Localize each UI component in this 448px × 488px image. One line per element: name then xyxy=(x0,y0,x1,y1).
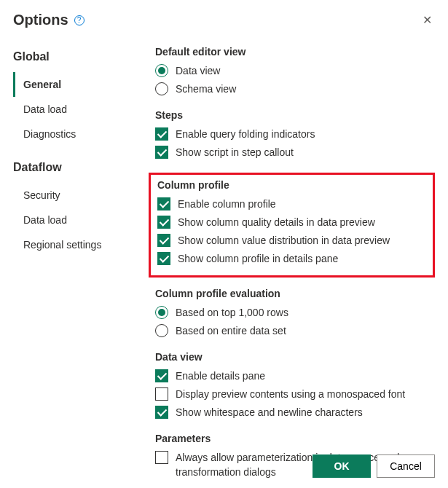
sidebar-heading-global: Global xyxy=(13,50,141,63)
highlight-column-profile: Column profile Enable column profile Sho… xyxy=(149,173,435,278)
sidebar-heading-dataflow: Dataflow xyxy=(13,161,141,174)
checkbox-label: Show column profile in details pane xyxy=(178,251,338,266)
sidebar-item-data-load-global[interactable]: Data load xyxy=(13,97,141,122)
radio-top-1000[interactable] xyxy=(155,306,168,319)
section-title-steps: Steps xyxy=(155,109,435,121)
checkbox-label: Show column value distribution in data p… xyxy=(178,233,390,248)
sidebar: Global General Data load Diagnostics Dat… xyxy=(13,36,141,488)
help-icon[interactable]: ? xyxy=(74,15,85,25)
section-title-default-editor-view: Default editor view xyxy=(155,46,435,58)
radio-entire-data-set[interactable] xyxy=(155,324,168,337)
settings-pane: Default editor view Data view Schema vie… xyxy=(141,36,448,488)
ok-button[interactable]: OK xyxy=(313,454,371,478)
checkbox-label: Enable details pane xyxy=(176,369,265,383)
checkbox-label: Show script in step callout xyxy=(176,145,294,160)
checkbox-allow-parameterization[interactable] xyxy=(155,451,168,464)
sidebar-item-diagnostics[interactable]: Diagnostics xyxy=(13,122,141,146)
checkbox-label: Show whitespace and newline characters xyxy=(176,405,363,420)
radio-data-view[interactable] xyxy=(155,64,168,77)
checkbox-show-whitespace[interactable] xyxy=(155,406,168,419)
checkbox-column-profile-details[interactable] xyxy=(157,252,170,265)
checkbox-enable-column-profile[interactable] xyxy=(157,197,170,210)
sidebar-item-data-load-dataflow[interactable]: Data load xyxy=(13,208,141,232)
radio-label: Schema view xyxy=(176,82,236,96)
checkbox-label: Enable column profile xyxy=(178,197,276,211)
sidebar-item-security[interactable]: Security xyxy=(13,183,141,208)
section-title-column-profile: Column profile xyxy=(157,179,427,191)
radio-label: Data view xyxy=(176,63,220,78)
radio-label: Based on top 1,000 rows xyxy=(176,305,288,320)
cancel-button[interactable]: Cancel xyxy=(377,454,435,478)
sidebar-item-regional-settings[interactable]: Regional settings xyxy=(13,232,141,257)
section-title-data-view: Data view xyxy=(155,351,435,363)
checkbox-column-quality[interactable] xyxy=(157,216,170,229)
close-icon[interactable]: ✕ xyxy=(420,10,435,30)
radio-label: Based on entire data set xyxy=(176,323,286,338)
checkbox-label: Show column quality details in data prev… xyxy=(178,215,375,229)
checkbox-label: Enable query folding indicators xyxy=(176,127,315,141)
checkbox-enable-query-folding[interactable] xyxy=(155,127,168,141)
checkbox-label: Display preview contents using a monospa… xyxy=(176,387,405,401)
checkbox-column-distribution[interactable] xyxy=(157,234,170,247)
checkbox-show-script-callout[interactable] xyxy=(155,146,168,159)
sidebar-item-general[interactable]: General xyxy=(13,72,141,97)
dialog-title: Options xyxy=(13,12,68,28)
checkbox-enable-details-pane[interactable] xyxy=(155,369,168,382)
section-title-column-profile-evaluation: Column profile evaluation xyxy=(155,288,435,299)
radio-schema-view[interactable] xyxy=(155,82,168,95)
checkbox-monospaced-font[interactable] xyxy=(155,387,168,401)
section-title-parameters: Parameters xyxy=(155,433,435,444)
